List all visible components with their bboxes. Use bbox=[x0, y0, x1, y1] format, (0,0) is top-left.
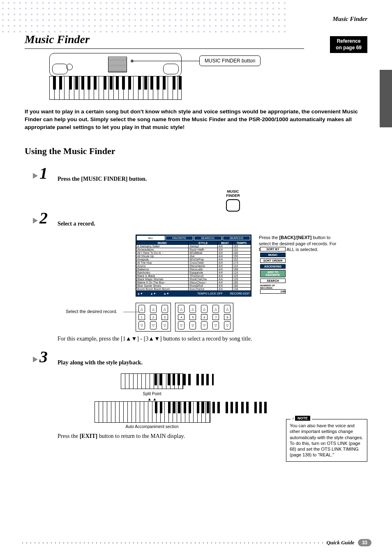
dial-icon bbox=[66, 64, 73, 70]
nav-arrows: ▲▼ bbox=[164, 292, 169, 295]
page-footer: Quick Guide 33 bbox=[0, 539, 392, 546]
table-row: BamboleoEspagnole4/4116 bbox=[136, 271, 251, 274]
nav-arrows: ▲▼ bbox=[150, 292, 156, 295]
panel-buttons: Select the desired record. △1▽ △2▽ △3▽ △… bbox=[136, 303, 371, 332]
step-number: 1 bbox=[39, 167, 48, 180]
callout-label: MUSIC FINDER button bbox=[199, 55, 261, 66]
reference-box: Reference on page 69 bbox=[330, 36, 367, 53]
button-icon bbox=[226, 199, 240, 212]
sortorder-label: SORT ORDER bbox=[260, 258, 286, 263]
note-box: ♪ NOTE You can also have the voice and o… bbox=[286, 419, 367, 462]
select-record-note: Select the desired record. bbox=[66, 309, 123, 314]
example-instruction: For this example, press the [1▲▼] - [3▲▼… bbox=[58, 336, 371, 342]
mf-label-2: FINDER bbox=[95, 194, 371, 198]
keyboard-diagram: MUSIC FINDER button bbox=[49, 53, 279, 100]
record-count: 149 bbox=[260, 289, 286, 294]
table-row: AzurroDiscoHands4/4122 bbox=[136, 265, 251, 268]
callout-line bbox=[134, 61, 199, 61]
table-row: AbracadabraRock+Halft~4/4141 bbox=[136, 248, 251, 251]
tab-favorite: FAVORITE bbox=[166, 236, 194, 240]
table-row: Amapola60'sGtrPop4/4152 bbox=[136, 258, 251, 261]
sort-music: MUSIC bbox=[260, 253, 286, 257]
table-row: Blame It On The Boo~DiscoChoco~4/4106 bbox=[136, 281, 251, 284]
table-row: Black Magic WomanRockChaCha4/4120 bbox=[136, 278, 251, 281]
triangle-icon bbox=[33, 357, 38, 362]
auto-accomp-label: Auto Accompaniment section bbox=[95, 424, 210, 429]
sortby-label: SORT BY bbox=[260, 247, 286, 251]
records-table: MUSIC STYLE BEAT TEMPO A Swinging Safari… bbox=[136, 241, 251, 291]
col-tempo: TEMPO bbox=[232, 242, 251, 245]
split-point-label: Split Point bbox=[95, 391, 210, 396]
col-music: MUSIC bbox=[136, 242, 189, 245]
step-3: 3 Play along with the style playback. bbox=[25, 350, 371, 366]
sort-ascending: ASCENDING bbox=[260, 264, 286, 269]
ref-line1: Reference bbox=[336, 38, 362, 45]
table-row: Black Is Black70'sDisco34/4125 bbox=[136, 274, 251, 278]
music-finder-button-marker bbox=[131, 60, 134, 62]
step-number: 3 bbox=[39, 350, 48, 364]
table-row: Blue Suede ShoesRock&Roll4/4186 bbox=[136, 284, 251, 288]
table-row: Boom Boom Boom BoomEuroTrance4/4138 bbox=[136, 288, 251, 291]
table-row: All Shook UpJive4/4156 bbox=[136, 255, 251, 258]
speaker-right-icon bbox=[163, 64, 179, 74]
section-heading: Using the Music Finder bbox=[25, 146, 371, 157]
music-finder-button-graphic: MUSIC FINDER bbox=[95, 190, 371, 212]
col-beat: BEAT bbox=[218, 242, 233, 245]
full-keys-icon bbox=[95, 401, 210, 423]
step-text: Select a record. bbox=[58, 212, 95, 227]
tempo-lock: TEMPO LOCK OFF bbox=[197, 292, 223, 295]
triangle-icon bbox=[33, 173, 38, 179]
keyboard-panel bbox=[49, 53, 182, 76]
step-text: Play along with the style playback. bbox=[58, 350, 143, 366]
step-number: 2 bbox=[39, 212, 48, 225]
piano-keys-icon bbox=[49, 76, 182, 100]
title-underline bbox=[25, 48, 304, 49]
decorative-dots bbox=[0, 0, 288, 33]
upper-keys-icon bbox=[121, 373, 183, 389]
nav-arrows: ▲▼ bbox=[137, 292, 143, 295]
display-icon bbox=[108, 57, 127, 72]
footer-title: Quick Guide bbox=[326, 539, 354, 546]
record-edit: RECORD EDIT bbox=[230, 292, 250, 295]
add-favorite: ADD TO FAVORITE bbox=[260, 270, 286, 277]
lcd-display: Press the [BACK]/[NEXT] button to select… bbox=[136, 235, 366, 297]
table-row: At The HopCrocoTwist4/4174 bbox=[136, 261, 251, 265]
table-row: All I Have To Do Is ~60's8Beat4/4106 bbox=[136, 251, 251, 255]
page-title: Music Finder bbox=[25, 33, 371, 46]
triangle-icon bbox=[33, 218, 38, 223]
footer-dots bbox=[21, 542, 323, 543]
tab-all: ALL bbox=[137, 236, 165, 240]
side-tab bbox=[380, 70, 392, 127]
tab-search2: SEARCH2 bbox=[223, 236, 251, 240]
intro-paragraph: If you want to play in a certain song bu… bbox=[25, 108, 371, 131]
note-text: You can also have the voice and other im… bbox=[290, 423, 363, 457]
play-diagram: Split Point ▲ ▲ Auto Accompaniment secti… bbox=[95, 373, 210, 429]
page-number: 33 bbox=[358, 539, 371, 546]
ref-line2: on page 69 bbox=[336, 45, 362, 51]
col-style: STYLE bbox=[189, 242, 218, 245]
note-badge: NOTE bbox=[295, 416, 310, 421]
speaker-left-icon bbox=[52, 64, 68, 74]
table-row: BailamosDiscoLatin4/4108 bbox=[136, 268, 251, 271]
table-row: A Swinging SafariSwing24/4152 bbox=[136, 245, 251, 248]
header-title: Music Finder bbox=[332, 16, 367, 23]
note-icon: ♪ bbox=[292, 416, 294, 420]
tab-search1: SEARCH1 bbox=[194, 236, 222, 240]
step-text: Press the [MUSIC FINDER] button. bbox=[58, 167, 147, 182]
step-1: 1 Press the [MUSIC FINDER] button. bbox=[25, 167, 371, 182]
step-2: 2 Select a record. bbox=[25, 212, 371, 227]
search-label: SEARCH bbox=[260, 279, 286, 283]
